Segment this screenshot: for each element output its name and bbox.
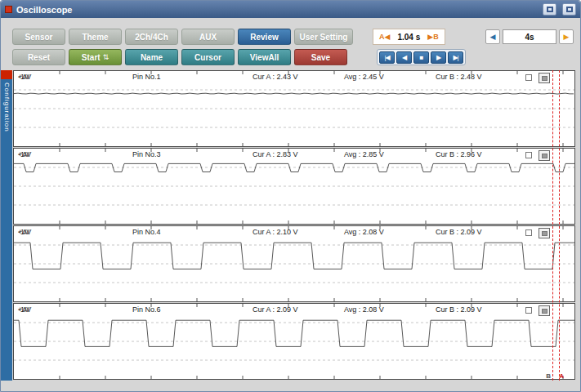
timebase-step-back-button[interactable]: ◀	[485, 29, 500, 44]
waveform-pin4	[14, 226, 574, 301]
restore-button[interactable]	[543, 3, 556, 16]
step-next-button[interactable]: ▶	[431, 51, 446, 64]
window-title: Oscilloscope	[16, 5, 537, 15]
average-value: Avg : 2.85 V	[344, 150, 384, 158]
toolbar: Sensor Theme 2Ch/4Ch AUX Review User Set…	[1, 18, 580, 70]
cursor-a-marker: A◀	[379, 33, 390, 41]
user-setting-button[interactable]: User Setting	[294, 29, 353, 45]
waveform-pin6	[14, 304, 574, 379]
stop-button[interactable]: ■	[413, 51, 429, 64]
step-prev-button[interactable]: ◀	[396, 51, 412, 64]
expand-icon	[542, 154, 547, 158]
cursor-a-value: Cur A : 2.09 V	[253, 305, 298, 314]
bottom-scale-label: -1V	[18, 73, 29, 145]
close-icon	[566, 7, 573, 12]
cursor-b-value: Cur B : 2.96 V	[436, 150, 482, 158]
channel-mode-button[interactable]: 2Ch/4Ch	[125, 29, 178, 45]
oscilloscope-window: Oscilloscope Sensor Theme 2Ch/4Ch AUX Re…	[0, 0, 581, 392]
cursor-b-value: Cur B : 2.09 V	[436, 228, 482, 236]
channel-checkbox[interactable]	[525, 152, 532, 158]
cursor-b-value: Cur B : 2.09 V	[436, 305, 482, 314]
channel-expand-button[interactable]	[539, 305, 550, 316]
theme-button[interactable]: Theme	[69, 29, 122, 45]
sidebar-marker	[1, 70, 12, 79]
name-button[interactable]: Name	[125, 49, 178, 65]
go-first-button[interactable]: |◀	[379, 51, 395, 64]
go-last-button[interactable]: ▶|	[448, 51, 463, 64]
channel-stack: +4V Pin No.1 Cur A : 2.43 V Avg : 2.45 V…	[13, 70, 575, 381]
average-value: Avg : 2.45 V	[344, 73, 384, 81]
toolbar-row-1: Sensor Theme 2Ch/4Ch AUX Review User Set…	[12, 29, 580, 45]
channel-expand-button[interactable]	[539, 150, 550, 161]
app-icon	[5, 6, 12, 13]
close-button[interactable]	[562, 3, 576, 16]
cursor-a-value: Cur A : 2.83 V	[253, 150, 298, 158]
cursor-button[interactable]: Cursor	[181, 49, 235, 65]
channel-name: Pin No.3	[132, 150, 161, 158]
waveform-pin3	[14, 149, 574, 224]
channel-name: Pin No.4	[132, 228, 161, 236]
timebase-input[interactable]	[503, 29, 556, 44]
channel-panel-pin1: +4V Pin No.1 Cur A : 2.43 V Avg : 2.45 V…	[13, 70, 575, 147]
channel-name: Pin No.1	[132, 73, 161, 81]
average-value: Avg : 2.08 V	[344, 228, 384, 236]
waveform-pin1	[14, 71, 574, 146]
channel-expand-button[interactable]	[539, 228, 550, 238]
configuration-sidebar[interactable]: Configuration	[1, 70, 12, 381]
titlebar: Oscilloscope	[1, 1, 580, 18]
sidebar-label: Configuration	[3, 82, 11, 132]
timebase-step-forward-button[interactable]: ▶	[559, 29, 574, 44]
timebase-group: ◀ ▶	[485, 29, 574, 44]
start-button[interactable]: Start ⇅	[69, 49, 122, 65]
expand-icon	[542, 309, 547, 314]
bottom-scale-label: -1V	[18, 150, 29, 223]
expand-icon	[542, 231, 547, 236]
view-all-button[interactable]: ViewAll	[238, 49, 291, 65]
cursor-b-value: Cur B : 2.48 V	[436, 73, 482, 81]
expand-icon	[542, 76, 547, 81]
cursor-a-value: Cur A : 2.10 V	[253, 228, 298, 236]
aux-button[interactable]: AUX	[181, 29, 235, 45]
reset-button[interactable]: Reset	[12, 49, 65, 65]
average-value: Avg : 2.08 V	[344, 305, 384, 314]
channel-checkbox[interactable]	[525, 74, 532, 81]
transport-controls: |◀ ◀ ■ ▶ ▶|	[377, 49, 466, 65]
channel-name: Pin No.6	[132, 305, 161, 314]
bottom-scale-label: -1V	[18, 305, 29, 378]
toolbar-row-2: Reset Start ⇅ Name Cursor ViewAll Save |…	[12, 49, 580, 65]
sensor-button[interactable]: Sensor	[12, 29, 65, 45]
save-button[interactable]: Save	[294, 49, 347, 65]
channel-panel-pin6: +4V Pin No.6 Cur A : 2.09 V Avg : 2.08 V…	[13, 303, 575, 380]
cursor-time-readout: A◀ 1.04 s ▶B	[373, 29, 445, 45]
cursor-delta-time: 1.04 s	[397, 33, 420, 42]
channel-checkbox[interactable]	[525, 307, 532, 314]
channel-panel-pin4: +4V Pin No.4 Cur A : 2.10 V Avg : 2.08 V…	[13, 225, 575, 302]
review-button[interactable]: Review	[238, 29, 291, 45]
start-spinner-icon: ⇅	[103, 53, 109, 61]
channel-panel-pin3: +4V Pin No.3 Cur A : 2.83 V Avg : 2.85 V…	[13, 148, 575, 225]
bottom-scale-label: -1V	[18, 228, 29, 301]
start-button-label: Start	[82, 53, 101, 62]
main-area: Configuration +4V Pin No.1 Cur A : 2.43 …	[1, 70, 580, 381]
cursor-b-marker: ▶B	[427, 33, 438, 41]
cursor-a-value: Cur A : 2.43 V	[253, 73, 298, 81]
channel-checkbox[interactable]	[525, 229, 532, 236]
restore-icon	[547, 7, 553, 12]
channel-expand-button[interactable]	[539, 73, 550, 83]
